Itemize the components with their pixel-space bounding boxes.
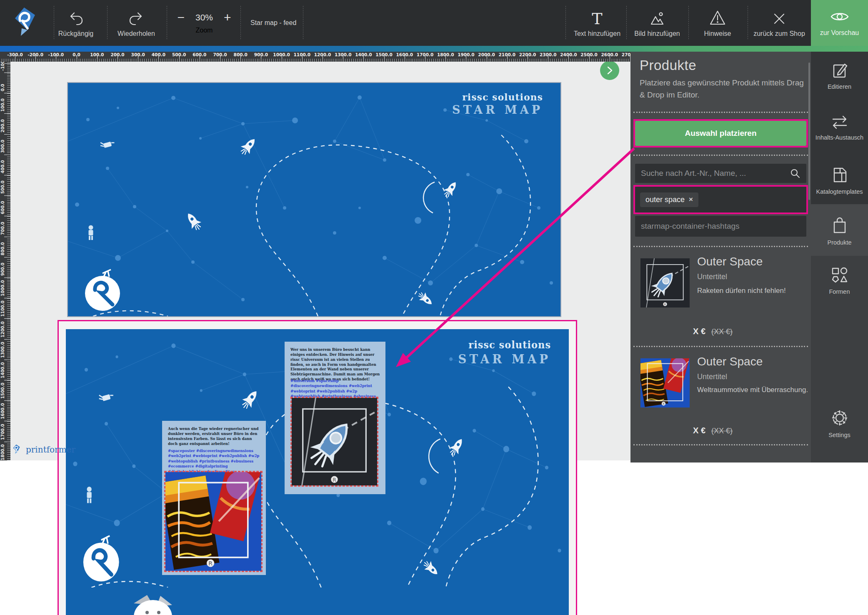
toolbar-separator [565, 6, 566, 39]
sidebar-item-produkte[interactable]: Produkte [811, 217, 868, 246]
products-panel: Produkte Platziere das gewünschte Produk… [630, 52, 811, 462]
svg-text:R: R [663, 402, 665, 406]
toolbar-separator [107, 6, 108, 39]
redo-button[interactable]: Wiederholen [109, 0, 163, 46]
product-description: Raketen dürfen nicht fehlen! [697, 287, 786, 295]
zoom-out-button[interactable]: − [177, 12, 185, 23]
feed-card-1[interactable]: Wer uns in unserem Büro besucht kann ein… [285, 342, 385, 494]
sidebar-item-inhalts-austausch[interactable]: Inhalts-Austausch [811, 114, 868, 141]
page-2-annotation-box: rissc solutions STAR MAP Wer uns in unse… [58, 320, 577, 615]
text-icon: T [592, 8, 602, 27]
panel-subtitle: Platziere das gewünschte Produkt mittels… [640, 77, 805, 101]
zoom-label: Zoom [196, 27, 213, 34]
zoom-value: 30% [195, 12, 213, 22]
separator [633, 155, 808, 156]
search-icon[interactable] [790, 168, 800, 179]
svg-text:rissc solutions: rissc solutions [462, 92, 543, 102]
separator [633, 346, 808, 347]
eye-icon [830, 10, 849, 25]
document-title: Star map - feed [250, 0, 296, 46]
filter-chip-outer-space[interactable]: outer space × [640, 192, 698, 207]
undo-icon [68, 8, 84, 27]
undo-button[interactable]: Rückgängig [49, 0, 103, 46]
top-toolbar: Rückgängig Wiederholen − 30% + Zoom Star… [0, 0, 868, 46]
product-search-field[interactable] [635, 164, 806, 183]
sidebar-item-formen[interactable]: Formen [811, 267, 868, 295]
separator [633, 112, 808, 113]
printformer-watermark: printformer [10, 442, 75, 457]
printformer-watermark-icon [10, 443, 23, 456]
toolbar-separator [240, 6, 241, 39]
sidebar-item-editieren[interactable]: Editieren [811, 62, 868, 90]
panel-scrollbar[interactable] [808, 62, 810, 200]
toolbar-separator [748, 6, 748, 39]
separator [633, 444, 808, 445]
product-price: X €(XX €) [693, 426, 733, 435]
toolbar-separator [303, 6, 303, 39]
product-old-price: (XX €) [711, 427, 733, 435]
toolbar-separator [167, 6, 167, 39]
tool-sidebar: Editieren Inhalts-Austausch Katalogtempl… [811, 52, 868, 462]
panel-title: Produkte [640, 58, 696, 73]
hints-button[interactable]: Hinweise [691, 0, 744, 46]
close-icon [771, 8, 787, 27]
sidebar-item-katalogtemplates[interactable]: Katalogtemplates [811, 166, 868, 195]
svg-text:rissc solutions: rissc solutions [468, 339, 551, 351]
edit-icon [831, 62, 848, 79]
sidebar-item-settings[interactable]: Settings [811, 408, 868, 438]
vertical-ruler: -100.00.0100.0200.0300.0400.0500.0600.07… [0, 62, 10, 460]
place-selection-button[interactable]: Auswahl platzieren [635, 121, 806, 146]
product-subtitle: Untertitel [697, 272, 727, 281]
progress-gradient-strip [0, 46, 868, 52]
shopping-bag-icon [831, 217, 848, 235]
svg-text:STAR MAP: STAR MAP [458, 352, 551, 366]
expand-panel-button[interactable] [600, 61, 619, 80]
artboard-page-1[interactable]: rissc solutions STAR MAP [68, 83, 560, 316]
placed-image-rocket-chalk[interactable]: R [290, 397, 378, 487]
product-thumbnail[interactable]: R [640, 358, 690, 408]
chip-remove-icon[interactable]: × [689, 195, 693, 204]
product-description: Weltraummotive mit Überraschung. [697, 386, 808, 394]
catalog-template-icon [831, 166, 848, 184]
separator [633, 246, 808, 247]
product-price: X €(XX €) [693, 327, 733, 336]
product-thumbnail[interactable]: R [640, 258, 690, 308]
image-icon [648, 8, 666, 27]
shapes-icon [830, 267, 849, 284]
feed-card-2[interactable]: Auch wenn die Tage wieder regnerischer u… [162, 421, 266, 575]
card1-paragraph: Wer uns in unserem Büro besucht kann ein… [290, 348, 380, 382]
svg-text:R: R [208, 560, 213, 567]
exchange-arrows-icon [830, 114, 849, 130]
horizontal-ruler: -300.0-200.0-100.00.0100.0200.0300.0400.… [0, 52, 630, 62]
product-title: Outer Space [697, 255, 763, 268]
zoom-in-button[interactable]: + [224, 12, 231, 23]
artboard-page-2[interactable]: rissc solutions STAR MAP Wer uns in unse… [66, 329, 569, 615]
warning-icon [708, 8, 727, 27]
product-title: Outer Space [697, 355, 763, 368]
toolbar-separator [626, 6, 627, 39]
toolbar-separator [688, 6, 689, 39]
placed-image-space-posters[interactable]: R [164, 471, 263, 572]
back-to-shop-button[interactable]: zurück zum Shop [748, 0, 810, 46]
add-image-button[interactable]: Bild hinzufügen [628, 0, 686, 46]
product-old-price: (XX €) [711, 328, 733, 336]
svg-text:R: R [664, 303, 666, 306]
gear-icon [830, 408, 849, 428]
redo-icon [128, 8, 145, 27]
add-text-button[interactable]: T Text hinzufügen [568, 0, 626, 46]
card2-paragraph: Auch wenn die Tage wieder regnerischer u… [168, 427, 261, 446]
hashtag-container-field[interactable]: starmap-container-hashtags [635, 216, 806, 237]
penguin-doodle [125, 591, 180, 615]
zoom-control: − 30% + Zoom [171, 0, 238, 46]
tag-filter-field[interactable]: outer space × [635, 187, 806, 212]
search-input[interactable] [641, 169, 790, 178]
preview-button[interactable]: zur Vorschau [811, 0, 868, 46]
printformer-logo[interactable] [11, 4, 38, 42]
svg-text:R: R [333, 477, 336, 483]
product-subtitle: Untertitel [697, 372, 727, 381]
svg-text:STAR MAP: STAR MAP [452, 103, 543, 116]
